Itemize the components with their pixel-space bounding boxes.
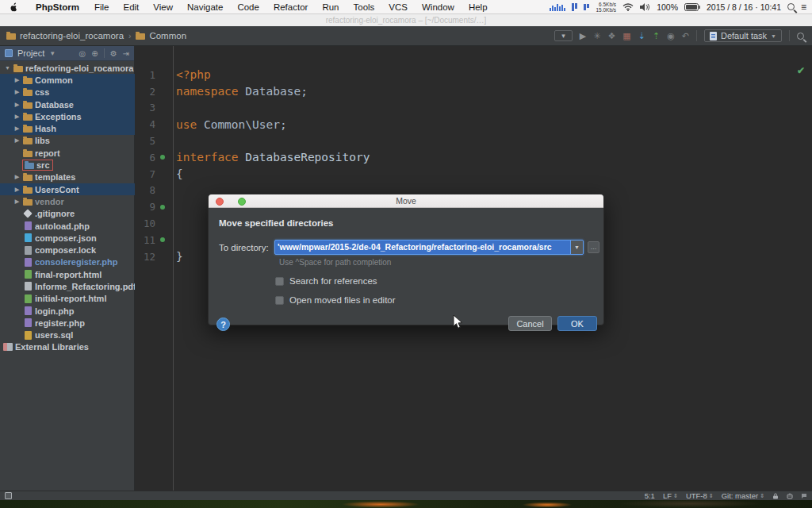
dialog-titlebar[interactable]: Move xyxy=(209,194,603,208)
chevron-down-icon[interactable]: ▼ xyxy=(49,50,56,57)
tree-item-login-php[interactable]: login.php xyxy=(0,305,135,317)
menu-tools[interactable]: Tools xyxy=(347,2,382,12)
tree-item-external-libraries[interactable]: External Libraries xyxy=(0,341,135,353)
tree-item-userscont[interactable]: ▶UsersCont xyxy=(0,183,135,195)
to-directory-value[interactable]: 'www/mpwar/2015-2/de-04_Refactoring/refa… xyxy=(275,241,570,254)
tree-item-exceptions[interactable]: ▶Exceptions xyxy=(0,110,135,122)
code-line-7[interactable]: 7{ xyxy=(135,166,812,183)
collapse-all-icon[interactable]: ⊕ xyxy=(91,49,98,58)
spotlight-search-icon[interactable] xyxy=(787,3,795,10)
lock-icon[interactable] xyxy=(772,493,779,499)
tree-item-refactoring-eloi-rocamora[interactable]: ▼refactoring-eloi_rocamora xyxy=(0,62,135,74)
code-line-2[interactable]: 2namespace Database; xyxy=(135,83,812,100)
tree-item-initial-report-html[interactable]: initial-report.html xyxy=(0,293,135,305)
annotate-icon[interactable]: ◉ xyxy=(667,32,675,40)
run-config-dropdown[interactable]: ▾ xyxy=(554,30,573,41)
tree-item-consoleregister-php[interactable]: consoleregister.php xyxy=(0,256,135,268)
git-branch-widget[interactable]: Git: master⇕ xyxy=(722,491,764,500)
gutter-method-marker-icon[interactable] xyxy=(157,237,171,242)
cancel-button[interactable]: Cancel xyxy=(508,316,552,331)
encoding-widget[interactable]: UTF-8⇕ xyxy=(686,491,714,500)
ok-button[interactable]: OK xyxy=(557,316,597,331)
chevron-down-icon[interactable]: ▼ xyxy=(570,241,583,254)
tree-item-register-php[interactable]: register.php xyxy=(0,317,135,329)
tree-item-users-sql[interactable]: users.sql xyxy=(0,329,135,341)
code-line-5[interactable]: 5 xyxy=(135,133,812,149)
menu-file[interactable]: File xyxy=(87,2,117,12)
code-line-6[interactable]: 6interface DatabaseRepository xyxy=(135,149,812,166)
tree-item-hash[interactable]: ▶Hash xyxy=(0,122,135,134)
expand-arrow-icon[interactable]: ▶ xyxy=(12,137,22,144)
code-line-1[interactable]: 1<?php xyxy=(135,67,812,83)
zoom-icon[interactable] xyxy=(238,198,246,206)
window-titlebar[interactable]: refactoring-eloi_rocamora – [~/Documents… xyxy=(0,14,812,26)
project-panel-title[interactable]: Project xyxy=(17,48,44,58)
tree-item-templates[interactable]: ▶templates xyxy=(0,171,135,183)
menu-code[interactable]: Code xyxy=(230,2,266,12)
expand-arrow-icon[interactable]: ▶ xyxy=(12,125,22,132)
cpu-monitor-widget[interactable] xyxy=(550,3,565,11)
close-icon[interactable] xyxy=(216,198,224,206)
apple-menu-icon[interactable] xyxy=(10,2,18,11)
tree-item-report[interactable]: report xyxy=(0,147,135,159)
tree-item-composer-lock[interactable]: composer.lock xyxy=(0,244,135,256)
gutter-method-marker-icon[interactable] xyxy=(157,155,171,160)
vcs-update-icon[interactable]: ⇣ xyxy=(638,32,645,40)
tree-item-css[interactable]: ▶css xyxy=(0,87,135,98)
expand-arrow-icon[interactable]: ▶ xyxy=(12,174,22,180)
search-everywhere-icon[interactable] xyxy=(797,33,804,40)
tree-item-vendor[interactable]: ▶vendor xyxy=(0,195,135,207)
checkbox-icon[interactable] xyxy=(275,296,284,305)
battery-icon[interactable] xyxy=(684,3,700,11)
code-line-3[interactable]: 3 xyxy=(135,100,812,117)
hector-inspections-icon[interactable] xyxy=(787,493,793,499)
browse-button[interactable]: … xyxy=(588,241,599,253)
expand-arrow-icon[interactable]: ▶ xyxy=(12,89,22,95)
disk-monitor-widget[interactable] xyxy=(584,4,589,10)
caret-position-widget[interactable]: 5:1 xyxy=(645,491,655,500)
tree-item-common[interactable]: ▶Common xyxy=(0,74,135,86)
tree-item-src[interactable]: src xyxy=(0,159,135,171)
debug-icon[interactable]: ✳ xyxy=(593,32,600,40)
locate-icon[interactable]: ◎ xyxy=(79,49,86,58)
help-button[interactable]: ? xyxy=(216,318,230,331)
gutter-method-marker-icon[interactable] xyxy=(157,205,171,210)
tool-window-toggle-icon[interactable] xyxy=(5,492,12,499)
to-directory-combo[interactable]: 'www/mpwar/2015-2/de-04_Refactoring/refa… xyxy=(274,240,584,255)
undo-icon[interactable]: ↶ xyxy=(682,32,689,40)
wifi-icon[interactable] xyxy=(622,3,634,11)
line-separator-widget[interactable]: LF⇕ xyxy=(663,491,678,500)
expand-arrow-icon[interactable]: ▶ xyxy=(12,198,22,205)
menu-view[interactable]: View xyxy=(146,2,180,12)
expand-arrow-icon[interactable]: ▶ xyxy=(12,102,22,108)
menu-navigate[interactable]: Navigate xyxy=(180,2,230,12)
event-log-bubble-icon[interactable] xyxy=(801,493,807,499)
tree-item--gitignore[interactable]: .gitignore xyxy=(0,208,135,220)
hide-panel-icon[interactable]: ⇥ xyxy=(123,49,129,58)
tree-item-libs[interactable]: ▶libs xyxy=(0,135,135,147)
volume-icon[interactable] xyxy=(640,3,650,11)
tree-item-autoload-php[interactable]: autoload.php xyxy=(0,220,135,232)
search-for-references-checkbox[interactable]: Search for references xyxy=(275,276,377,286)
breadcrumb-common[interactable]: Common xyxy=(136,31,186,40)
menu-edit[interactable]: Edit xyxy=(116,2,146,12)
menu-help[interactable]: Help xyxy=(462,2,495,12)
collapse-arrow-icon[interactable]: ▼ xyxy=(2,65,13,71)
tree-item-final-report-html[interactable]: final-report.html xyxy=(0,268,135,280)
menu-refactor[interactable]: Refactor xyxy=(266,2,315,12)
open-moved-files-checkbox[interactable]: Open moved files in editor xyxy=(275,295,396,305)
expand-arrow-icon[interactable]: ▶ xyxy=(12,187,22,193)
menubar-clock[interactable]: 2015 / 8 / 16 · 10:41 xyxy=(707,2,781,12)
notification-center-icon[interactable]: ≡ xyxy=(801,2,806,13)
tree-item-composer-json[interactable]: composer.json xyxy=(0,232,135,244)
menu-run[interactable]: Run xyxy=(315,2,346,12)
tree-item-informe-refactoring-pdf[interactable]: Informe_Refactoring.pdf xyxy=(0,280,135,292)
menu-phpstorm[interactable]: PhpStorm xyxy=(28,2,87,12)
checkbox-icon[interactable] xyxy=(275,277,284,286)
tree-item-database[interactable]: ▶Database xyxy=(0,98,135,110)
coverage-icon[interactable]: ❖ xyxy=(607,32,615,40)
inspection-ok-icon[interactable]: ✔ xyxy=(797,67,807,75)
task-combo[interactable]: Default task ▼ xyxy=(704,29,782,42)
expand-arrow-icon[interactable]: ▶ xyxy=(12,77,22,83)
menu-vcs[interactable]: VCS xyxy=(381,2,415,12)
